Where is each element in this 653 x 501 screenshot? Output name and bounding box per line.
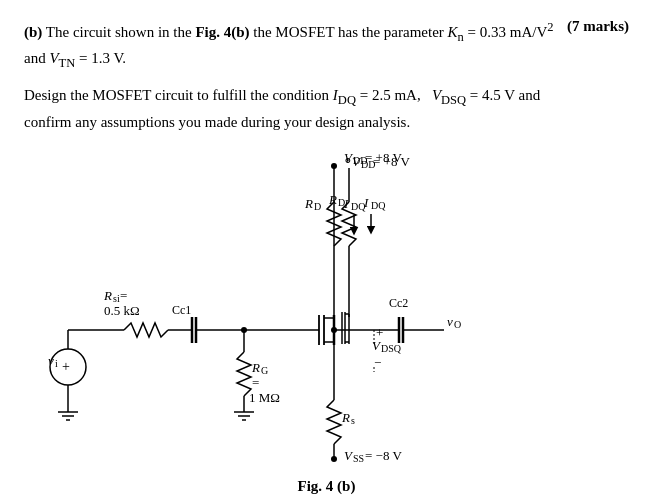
idq-r: I xyxy=(343,196,349,211)
vo-v: v xyxy=(447,314,453,329)
vss-sub: SS xyxy=(353,453,364,462)
marks-label: (7 marks) xyxy=(567,18,629,35)
rs-sub: s xyxy=(351,415,355,426)
rg-eq: = xyxy=(252,375,259,390)
rg-val: 1 MΩ xyxy=(249,390,280,405)
vdsq-sub: DSQ xyxy=(381,343,402,354)
vi-v: v xyxy=(48,353,54,368)
rd-r: R xyxy=(304,196,313,211)
rsi-resistor xyxy=(124,323,168,337)
vo-sub: O xyxy=(454,319,461,330)
vi-sub: i xyxy=(55,358,58,369)
rd-d: D xyxy=(314,201,321,212)
cc1-label: Cc1 xyxy=(172,303,191,317)
vdd-val: = +8 V xyxy=(365,152,402,165)
rsi-val: 0.5 kΩ xyxy=(104,303,140,318)
drain-dot xyxy=(331,327,337,333)
rg-r: R xyxy=(251,360,260,375)
idq-sub: DQ xyxy=(371,200,386,211)
rsi-eq: = xyxy=(120,288,127,303)
cc2-label: Cc2 xyxy=(389,296,408,310)
vdd-dot xyxy=(331,163,337,169)
rg-sub: G xyxy=(261,365,268,376)
header-section: (b) The circuit shown in the Fig. 4(b) t… xyxy=(24,18,629,134)
part-b-label: (b) xyxy=(24,24,42,40)
rd-label: R xyxy=(328,192,337,207)
circuit-diagram: ⚬ V DD = +8 V R D I DQ xyxy=(24,152,629,472)
vi-plus: + xyxy=(62,359,70,374)
rs-r: R xyxy=(341,410,350,425)
vdsq-minus: − xyxy=(374,355,381,370)
part-b-text: (b) The circuit shown in the Fig. 4(b) t… xyxy=(24,18,557,73)
circuit-svg: ⚬ V DD = +8 V R D I DQ xyxy=(24,152,634,462)
vss-dot xyxy=(331,456,337,462)
vss-val: = −8 V xyxy=(365,448,402,462)
rsi-r: R xyxy=(103,288,112,303)
rs-resistor xyxy=(327,400,341,444)
fig-label: Fig. 4 (b) xyxy=(24,478,629,495)
design-text: Design the MOSFET circuit to fulfill the… xyxy=(24,83,629,134)
idq-dq: DQ xyxy=(351,201,366,212)
